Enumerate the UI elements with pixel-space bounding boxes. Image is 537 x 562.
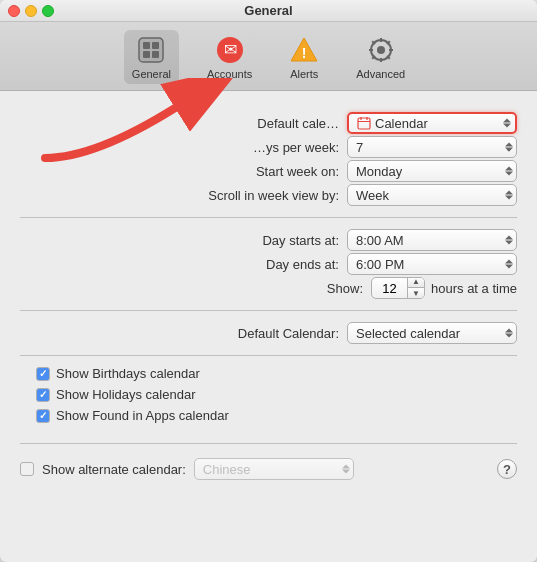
days-per-week-label: …ys per week:: [139, 140, 339, 155]
day-ends-select[interactable]: 6:00 PM: [347, 253, 517, 275]
alternate-calendar-wrapper: Chinese: [194, 458, 354, 480]
svg-rect-3: [152, 42, 159, 49]
toolbar-item-alerts[interactable]: ! Alerts: [280, 30, 328, 84]
toolbar-item-accounts[interactable]: ✉ Accounts: [199, 30, 260, 84]
alternate-calendar-checkbox[interactable]: [20, 462, 34, 476]
found-apps-checkbox[interactable]: [36, 409, 50, 423]
alternate-calendar-select[interactable]: Chinese: [194, 458, 354, 480]
default-calendar-row: Default Calendar: Selected calendar: [20, 321, 517, 345]
bottom-row: Show alternate calendar: Chinese ?: [20, 458, 517, 480]
divider-1: [20, 217, 517, 218]
stepper-buttons: ▲ ▼: [407, 277, 424, 299]
toolbar: General ✉ Accounts ! Ale: [0, 22, 537, 91]
stepper-up-button[interactable]: ▲: [408, 277, 424, 288]
accounts-icon: ✉: [214, 34, 246, 66]
default-calendar-type-select[interactable]: Calendar: [347, 112, 517, 134]
day-starts-row: Day starts at: 8:00 AM: [20, 228, 517, 252]
toolbar-item-advanced[interactable]: Advanced: [348, 30, 413, 84]
default-calendar-wrapper: Selected calendar: [347, 322, 517, 344]
stepper-down-button[interactable]: ▼: [408, 288, 424, 299]
svg-point-11: [377, 46, 385, 54]
hours-input[interactable]: [372, 281, 407, 296]
divider-3: [20, 355, 517, 356]
start-week-label: Start week on:: [139, 164, 339, 179]
start-week-select[interactable]: Monday: [347, 160, 517, 182]
general-label: General: [132, 68, 171, 80]
alerts-label: Alerts: [290, 68, 318, 80]
window-title: General: [244, 3, 292, 18]
checkbox-section: Show Birthdays calendar Show Holidays ca…: [20, 366, 517, 423]
scroll-week-select[interactable]: Week: [347, 184, 517, 206]
hours-stepper: ▲ ▼: [371, 277, 425, 299]
default-calendar-select[interactable]: Selected calendar: [347, 322, 517, 344]
accounts-label: Accounts: [207, 68, 252, 80]
day-starts-label: Day starts at:: [139, 233, 339, 248]
content-area: Default cale… Calendar: [0, 91, 537, 562]
svg-rect-5: [152, 51, 159, 58]
svg-rect-2: [143, 42, 150, 49]
scroll-week-row: Scroll in week view by: Week: [20, 183, 517, 207]
birthdays-label: Show Birthdays calendar: [56, 366, 200, 381]
advanced-icon: [365, 34, 397, 66]
default-calendar-type-label: Default cale…: [139, 116, 339, 131]
days-per-week-select[interactable]: 7: [347, 136, 517, 158]
default-calendar-type-row: Default cale… Calendar: [20, 111, 517, 135]
divider-2: [20, 310, 517, 311]
holidays-checkbox[interactable]: [36, 388, 50, 402]
day-ends-label: Day ends at:: [139, 257, 339, 272]
start-week-wrapper: Monday: [347, 160, 517, 182]
advanced-label: Advanced: [356, 68, 405, 80]
titlebar: General: [0, 0, 537, 22]
alerts-icon: !: [288, 34, 320, 66]
calendar-icon: [357, 116, 371, 130]
day-ends-row: Day ends at: 6:00 PM: [20, 252, 517, 276]
hours-at-a-time-label: hours at a time: [431, 281, 517, 296]
birthdays-checkbox[interactable]: [36, 367, 50, 381]
holidays-row: Show Holidays calendar: [36, 387, 517, 402]
start-week-row: Start week on: Monday: [20, 159, 517, 183]
toolbar-item-general[interactable]: General: [124, 30, 179, 84]
svg-text:!: !: [302, 45, 307, 61]
scroll-week-wrapper: Week: [347, 184, 517, 206]
scroll-week-label: Scroll in week view by:: [139, 188, 339, 203]
birthdays-row: Show Birthdays calendar: [36, 366, 517, 381]
traffic-lights: [8, 5, 54, 17]
day-starts-wrapper: 8:00 AM: [347, 229, 517, 251]
days-per-week-row: …ys per week: 7: [20, 135, 517, 159]
svg-rect-0: [139, 38, 163, 62]
divider-4: [20, 443, 517, 444]
holidays-label: Show Holidays calendar: [56, 387, 195, 402]
close-button[interactable]: [8, 5, 20, 17]
alternate-calendar-label: Show alternate calendar:: [42, 462, 186, 477]
alternate-calendar-row: Show alternate calendar: Chinese: [20, 458, 354, 480]
default-calendar-type-value: Calendar: [375, 116, 428, 131]
general-icon: [135, 34, 167, 66]
default-calendar-label: Default Calendar:: [139, 326, 339, 341]
svg-rect-20: [358, 118, 370, 129]
maximize-button[interactable]: [42, 5, 54, 17]
svg-text:✉: ✉: [223, 41, 236, 58]
show-hours-row: Show: ▲ ▼ hours at a time: [20, 276, 517, 300]
show-hours-group: ▲ ▼ hours at a time: [371, 277, 517, 299]
found-apps-label: Show Found in Apps calendar: [56, 408, 229, 423]
preferences-window: General General: [0, 0, 537, 562]
days-per-week-wrapper: 7: [347, 136, 517, 158]
svg-rect-4: [143, 51, 150, 58]
show-label: Show:: [163, 281, 363, 296]
found-apps-row: Show Found in Apps calendar: [36, 408, 517, 423]
day-starts-select[interactable]: 8:00 AM: [347, 229, 517, 251]
help-button[interactable]: ?: [497, 459, 517, 479]
day-ends-wrapper: 6:00 PM: [347, 253, 517, 275]
minimize-button[interactable]: [25, 5, 37, 17]
